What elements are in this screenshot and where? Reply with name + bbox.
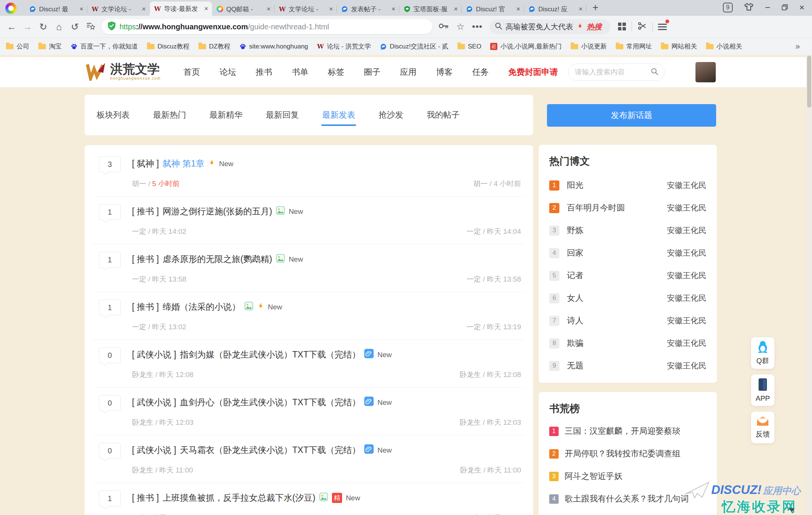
subnav-board-list[interactable]: 板块列表 (96, 104, 130, 126)
new-tab-button[interactable]: + (592, 2, 598, 14)
subnav-latest-hot[interactable]: 最新热门 (152, 104, 187, 126)
browser-logo-icon[interactable] (5, 3, 17, 14)
minimize-button[interactable]: − (765, 3, 770, 12)
nav-push-book[interactable]: 推书 (256, 67, 272, 78)
last-reply-author[interactable]: 卧龙生 (460, 466, 482, 474)
tab-forum-2[interactable]: W 文学论坛 - × (274, 2, 337, 16)
tab-qqmail[interactable]: QQ邮箱 - × (212, 2, 274, 16)
url-field[interactable]: https://www.honghuangwenxue.com/guide-ne… (102, 19, 432, 34)
tab-forum-1[interactable]: W 文学论坛 - × (87, 2, 150, 16)
tab-close-icon[interactable]: × (515, 5, 521, 13)
nav-book-list[interactable]: 书单 (292, 67, 308, 78)
thread-category[interactable]: [ 推书 ] (132, 301, 159, 313)
thread-author[interactable]: 一定 (132, 275, 146, 283)
thread-title-link[interactable]: 缔婚（法采的小说） (163, 301, 241, 313)
bookmark-folder[interactable]: SEO (458, 43, 482, 50)
nav-apps[interactable]: 应用 (400, 67, 417, 78)
hot-post-author[interactable]: 安徽王化民 (667, 225, 706, 236)
reload-icon[interactable]: ↻ (35, 21, 51, 32)
nav-blog[interactable]: 博客 (436, 67, 453, 78)
search-icon[interactable] (651, 68, 658, 77)
last-reply-author[interactable]: 卧龙生 (459, 418, 481, 426)
tab-guide-active[interactable]: W 导读-最新发 × (150, 2, 212, 16)
hot-post-link[interactable]: 阳光 (567, 180, 667, 191)
app-download-button[interactable]: APP (751, 374, 774, 406)
tab-close-icon[interactable]: × (453, 5, 459, 13)
bookmark-folder[interactable]: Discuz教程 (147, 42, 189, 51)
bookmark-folder[interactable]: 公司 (6, 42, 29, 51)
bookmark-folder[interactable]: 网站相关 (661, 42, 697, 51)
hot-post-author[interactable]: 安徽王化民 (667, 338, 706, 348)
restore-button[interactable] (782, 3, 788, 12)
subnav-latest-post-active[interactable]: 最新发表 (321, 104, 356, 126)
thread-author[interactable]: 卧龙生 (132, 466, 153, 474)
site-search-box[interactable] (568, 64, 665, 81)
thread-author[interactable]: 卧龙生 (132, 418, 153, 426)
nav-home[interactable]: 首页 (183, 67, 200, 78)
thread-author[interactable]: 卧龙生 (132, 371, 153, 379)
bookmark-folder[interactable]: 常用网址 (616, 42, 652, 51)
undo-icon[interactable]: ↺ (67, 21, 83, 32)
thread-title-link[interactable]: 网游之倒行逆施(张扬的五月) (163, 206, 272, 217)
scrollbar-thumb[interactable] (807, 56, 811, 108)
subnav-sofa[interactable]: 抢沙发 (378, 104, 404, 126)
back-icon[interactable]: ← (4, 21, 20, 32)
book-rank-link[interactable]: 阿斗之智近乎妖 (565, 471, 623, 482)
hot-post-link[interactable]: 记者 (567, 270, 667, 281)
last-reply-author[interactable]: 一定 (467, 275, 481, 283)
last-reply-author[interactable]: 卧龙生 (459, 371, 481, 379)
tab-bt-panel[interactable]: 宝塔面板-服 × (399, 2, 462, 16)
tab-discuz-appcenter[interactable]: Discuz! 应 × (524, 2, 586, 16)
hot-post-author[interactable]: 安徽王化民 (667, 270, 706, 281)
nav-tags[interactable]: 标签 (328, 67, 344, 78)
tab-discuz-official[interactable]: Discuz! 官 × (462, 2, 524, 16)
qq-group-button[interactable]: Q群 (751, 337, 774, 369)
thread-category[interactable]: [ 推书 ] (132, 206, 159, 217)
hot-post-link[interactable]: 无题 (567, 360, 667, 371)
user-avatar[interactable] (695, 62, 716, 82)
thread-title-link[interactable]: 血剑丹心（卧龙生武侠小说）TXT下载（完结） (180, 397, 361, 408)
thread-category[interactable]: [ 武侠小说 ] (132, 349, 176, 360)
tab-new-post[interactable]: 发表帖子 - × (337, 2, 399, 16)
theme-shirt-icon[interactable] (744, 2, 754, 13)
bookmark-qidian[interactable]: 起小说,小说网,最新热门 (490, 42, 561, 51)
hot-post-author[interactable]: 安徽王化民 (667, 180, 706, 191)
last-reply-author[interactable]: 一定 (467, 323, 481, 331)
thread-category[interactable]: [ 武侠小说 ] (132, 444, 176, 456)
bookmark-folder[interactable]: 小说更新 (571, 42, 607, 51)
hot-post-author[interactable]: 安徽王化民 (667, 360, 706, 371)
tab-discuz-1[interactable]: Discuz! 最 × (25, 2, 87, 16)
hot-post-link[interactable]: 女人 (567, 292, 667, 304)
thread-author[interactable]: 胡一 (132, 180, 146, 188)
thread-title-link[interactable]: 指剑为媒（卧龙生武侠小说）TXT下载（完结） (180, 349, 361, 360)
bookmark-baidu-site[interactable]: site:www.honghuang (239, 43, 308, 50)
nav-free-cover[interactable]: 免费封面申请 (508, 67, 558, 78)
tab-close-icon[interactable]: × (578, 5, 583, 13)
tab-close-icon[interactable]: × (79, 5, 84, 13)
last-reply-author[interactable]: 胡一 (473, 180, 488, 188)
bookmark-baidu[interactable]: 百度一下，你就知道 (71, 42, 138, 51)
subnav-latest-reply[interactable]: 最新回复 (265, 104, 300, 126)
bookmark-folder[interactable]: 淘宝 (38, 42, 62, 51)
thread-author[interactable]: 一定 (132, 227, 146, 235)
book-rank-link[interactable]: 三国：汉室麒麟，开局迎娶蔡琰 (565, 426, 680, 437)
thread-title-link[interactable]: 弑神 第1章 (163, 158, 205, 170)
hot-post-author[interactable]: 安徽王化民 (667, 203, 706, 213)
new-topic-button[interactable]: 发布新话题 (547, 104, 716, 127)
scissors-screenshot-icon[interactable] (637, 21, 647, 32)
thread-category[interactable]: [ 武侠小说 ] (132, 397, 176, 408)
home-icon[interactable]: ⌂ (51, 21, 67, 32)
subnav-latest-digest[interactable]: 最新精华 (209, 104, 243, 126)
site-search-input[interactable] (575, 68, 648, 76)
close-window-button[interactable]: × (799, 3, 804, 12)
bookmark-folder[interactable]: 小说相关 (706, 42, 742, 51)
tab-close-icon[interactable]: × (266, 5, 271, 13)
thread-author[interactable]: 一定 (132, 323, 146, 331)
tab-counter-badge[interactable]: 9 (723, 3, 733, 12)
thread-title-link[interactable]: 上班摸鱼被抓，反手拉女总裁下水(汐豆) (163, 492, 315, 504)
bookmark-forum[interactable]: W论坛 - 洪荒文学 (317, 42, 371, 51)
feedback-button[interactable]: 反馈 (751, 412, 774, 443)
apps-grid-icon[interactable] (618, 23, 626, 31)
bookmark-folder[interactable]: DZ教程 (198, 42, 230, 51)
thread-category[interactable]: [ 推书 ] (132, 492, 159, 504)
